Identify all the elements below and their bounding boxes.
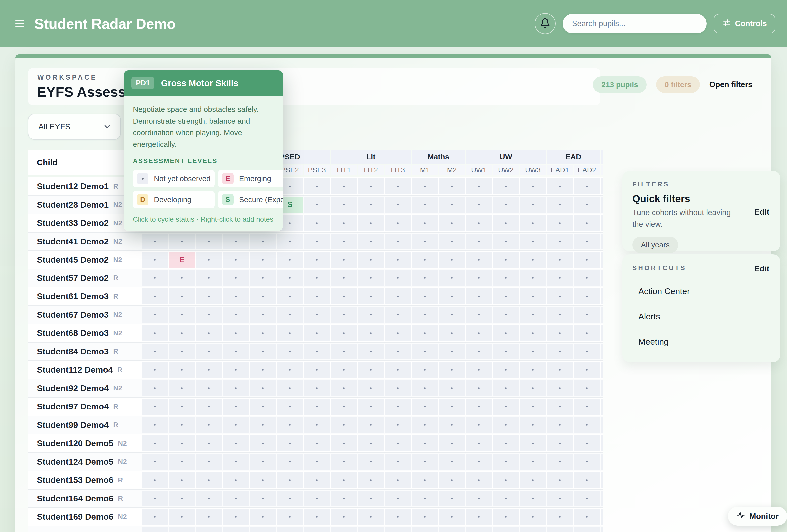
assessment-cell[interactable] — [277, 527, 303, 532]
assessment-cell[interactable] — [250, 399, 276, 415]
assessment-cell[interactable] — [223, 472, 249, 488]
assessment-cell[interactable] — [304, 417, 330, 433]
assessment-cell[interactable] — [304, 527, 330, 532]
assessment-cell[interactable] — [358, 197, 384, 213]
assessment-cell[interactable] — [196, 234, 222, 249]
assessment-cell[interactable] — [223, 417, 249, 433]
assessment-cell[interactable] — [250, 234, 276, 249]
assessment-cell[interactable] — [142, 509, 168, 525]
assessment-cell[interactable] — [358, 307, 384, 323]
assessment-cell[interactable] — [331, 472, 357, 488]
assessment-cell[interactable] — [493, 527, 519, 532]
assessment-cell[interactable] — [331, 344, 357, 360]
assessment-cell[interactable] — [547, 435, 573, 451]
assessment-cell[interactable] — [493, 490, 519, 507]
assessment-cell[interactable] — [223, 454, 249, 470]
assessment-cell[interactable] — [142, 399, 168, 415]
assessment-cell[interactable] — [547, 399, 573, 415]
assessment-cell[interactable] — [250, 509, 276, 525]
assessment-cell[interactable] — [358, 325, 384, 341]
assessment-cell[interactable] — [466, 270, 492, 286]
assessment-cell[interactable] — [196, 417, 222, 433]
assessment-cell[interactable] — [304, 344, 330, 360]
assessment-cell[interactable] — [547, 380, 573, 396]
assessment-cell[interactable] — [412, 380, 438, 396]
assessment-cell[interactable] — [574, 362, 600, 378]
assessment-cell[interactable] — [358, 435, 384, 451]
assessment-cell[interactable] — [412, 288, 438, 305]
assessment-cell[interactable] — [331, 509, 357, 525]
assessment-cell[interactable] — [331, 215, 357, 231]
assessment-cell[interactable] — [304, 399, 330, 415]
assessment-cell[interactable] — [358, 399, 384, 415]
assessment-cell[interactable] — [169, 399, 195, 415]
assessment-cell[interactable] — [412, 509, 438, 525]
assessment-cell[interactable] — [466, 234, 492, 249]
assessment-cell[interactable] — [385, 252, 411, 268]
assessment-cell[interactable] — [196, 472, 222, 488]
assessment-cell[interactable] — [358, 380, 384, 396]
assessment-cell[interactable] — [169, 344, 195, 360]
assessment-cell[interactable] — [493, 472, 519, 488]
assessment-cell[interactable] — [142, 490, 168, 507]
assessment-cell[interactable] — [250, 417, 276, 433]
assessment-cell[interactable] — [358, 270, 384, 286]
assessment-cell[interactable] — [520, 362, 546, 378]
assessment-cell[interactable] — [520, 307, 546, 323]
assessment-cell[interactable] — [358, 344, 384, 360]
assessment-cell[interactable] — [142, 288, 168, 305]
open-filters-button[interactable]: Open filters — [709, 80, 752, 89]
filters-edit-button[interactable]: Edit — [754, 207, 769, 217]
assessment-cell[interactable] — [439, 197, 465, 213]
assessment-cell[interactable] — [385, 399, 411, 415]
assessment-cell[interactable] — [250, 435, 276, 451]
assessment-cell[interactable] — [412, 454, 438, 470]
assessment-cell[interactable] — [142, 527, 168, 532]
assessment-cell[interactable] — [277, 472, 303, 488]
assessment-cell[interactable] — [169, 380, 195, 396]
assessment-cell[interactable] — [304, 362, 330, 378]
assessment-cell[interactable] — [277, 435, 303, 451]
assessment-cell[interactable] — [547, 325, 573, 341]
assessment-cell[interactable] — [331, 435, 357, 451]
assessment-cell[interactable] — [223, 527, 249, 532]
assessment-cell[interactable]: E — [169, 252, 195, 268]
assessment-cell[interactable] — [439, 509, 465, 525]
assessment-cell[interactable] — [574, 472, 600, 488]
assessment-cell[interactable] — [304, 307, 330, 323]
assessment-cell[interactable] — [223, 270, 249, 286]
assessment-cell[interactable] — [439, 362, 465, 378]
assessment-cell[interactable] — [142, 454, 168, 470]
assessment-cell[interactable] — [358, 417, 384, 433]
assessment-cell[interactable] — [358, 509, 384, 525]
assessment-cell[interactable] — [520, 252, 546, 268]
assessment-cell[interactable] — [331, 288, 357, 305]
assessment-cell[interactable] — [493, 178, 519, 194]
assessment-cell[interactable] — [466, 509, 492, 525]
assessment-cell[interactable] — [196, 399, 222, 415]
assessment-cell[interactable] — [250, 472, 276, 488]
assessment-cell[interactable] — [331, 178, 357, 194]
assessment-cell[interactable] — [439, 417, 465, 433]
assessment-cell[interactable] — [304, 472, 330, 488]
shortcut-item[interactable]: Alerts — [638, 312, 770, 322]
assessment-cell[interactable] — [412, 344, 438, 360]
assessment-cell[interactable] — [547, 234, 573, 249]
assessment-cell[interactable] — [331, 252, 357, 268]
assessment-cell[interactable] — [520, 399, 546, 415]
assessment-cell[interactable] — [277, 270, 303, 286]
assessment-cell[interactable] — [169, 527, 195, 532]
assessment-cell[interactable] — [169, 454, 195, 470]
assessment-cell[interactable] — [169, 325, 195, 341]
assessment-cell[interactable] — [520, 325, 546, 341]
assessment-cell[interactable] — [196, 435, 222, 451]
assessment-cell[interactable] — [547, 197, 573, 213]
assessment-cell[interactable] — [466, 178, 492, 194]
assessment-cell[interactable] — [547, 509, 573, 525]
assessment-cell[interactable] — [385, 362, 411, 378]
assessment-cell[interactable] — [466, 472, 492, 488]
assessment-cell[interactable] — [493, 252, 519, 268]
assessment-cell[interactable] — [331, 197, 357, 213]
assessment-cell[interactable] — [574, 307, 600, 323]
assessment-cell[interactable] — [196, 490, 222, 507]
